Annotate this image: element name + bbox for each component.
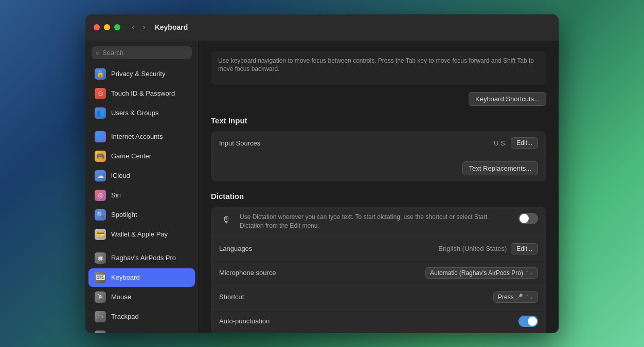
gamecenter-icon: 🎮	[95, 151, 106, 162]
shortcut-value-text: Press 🎤	[498, 294, 523, 301]
window-title: Keyboard	[155, 23, 188, 31]
dictation-card: 🎙 Use Dictation wherever you can type te…	[211, 207, 546, 333]
sidebar-label-internet: Internet Accounts	[111, 133, 163, 140]
sidebar-item-touchid[interactable]: ⊙ Touch ID & Password	[88, 84, 195, 103]
shortcut-row: Shortcut Press 🎤 ⌃⌄	[211, 285, 546, 309]
system-preferences-window: ‹ › Keyboard ⌕ 🔒 Privacy & Security ⊙ To…	[85, 14, 559, 333]
main-content: Use keyboard navigation to move focus be…	[199, 41, 559, 333]
sidebar-label-touchid: Touch ID & Password	[111, 89, 175, 97]
sidebar-item-spotlight[interactable]: 🔍 Spotlight	[88, 206, 195, 224]
sidebar-item-gamecenter[interactable]: 🎮 Game Center	[88, 147, 195, 166]
sidebar-label-airpods: Raghav's AirPods Pro	[111, 254, 176, 262]
titlebar: ‹ › Keyboard	[85, 14, 559, 41]
back-button[interactable]: ‹	[129, 22, 137, 33]
users-icon: 👥	[95, 107, 106, 119]
microphone-select[interactable]: Automatic (Raghav's AirPods Pro) ⌃⌄	[425, 267, 538, 279]
auto-punctuation-row: Auto-punctuation	[211, 309, 546, 333]
minimize-button[interactable]	[104, 24, 110, 30]
auto-punctuation-right	[518, 316, 538, 327]
dictation-desc: Use Dictation wherever you can type text…	[240, 213, 512, 230]
sidebar-label-siri: Siri	[111, 191, 121, 199]
sidebar-item-mouse[interactable]: 🖱 Mouse	[88, 288, 195, 306]
content-area: ⌕ 🔒 Privacy & Security ⊙ Touch ID & Pass…	[85, 41, 559, 333]
languages-right: English (United States) Edit...	[438, 243, 538, 254]
languages-value: English (United States)	[438, 245, 507, 252]
siri-icon: ◎	[95, 190, 106, 201]
keyboard-shortcuts-container: Keyboard Shortcuts...	[211, 92, 546, 106]
sidebar-label-gamecenter: Game Center	[111, 152, 151, 160]
sidebar-label-wallet: Wallet & Apple Pay	[111, 230, 168, 238]
sidebar-label-icloud: iCloud	[111, 172, 130, 179]
text-input-title: Text Input	[211, 116, 546, 125]
airpods-icon: ◉	[95, 252, 106, 264]
microphone-value: Automatic (Raghav's AirPods Pro)	[430, 269, 523, 277]
sidebar-item-airpods[interactable]: ◉ Raghav's AirPods Pro	[88, 249, 195, 267]
text-replacements-row: Text Replacements...	[211, 155, 546, 181]
dictation-title: Dictation	[211, 192, 546, 200]
sidebar-item-users[interactable]: 👥 Users & Groups	[88, 104, 195, 122]
sidebar-label-gamecontrollers: Game Controllers	[111, 332, 164, 333]
languages-label: Languages	[219, 245, 252, 252]
privacy-icon: 🔒	[95, 68, 106, 80]
forward-button[interactable]: ›	[139, 22, 148, 33]
sidebar-label-spotlight: Spotlight	[111, 211, 137, 218]
keyboard-shortcuts-button[interactable]: Keyboard Shortcuts...	[469, 92, 546, 106]
sidebar-item-gamecontrollers[interactable]: 🎮 Game Controllers	[88, 327, 195, 333]
close-button[interactable]	[94, 24, 100, 30]
sidebar-item-icloud[interactable]: ☁ iCloud	[88, 167, 195, 185]
sidebar-item-trackpad[interactable]: ▭ Trackpad	[88, 307, 195, 326]
dictation-toggle[interactable]	[518, 213, 538, 224]
sidebar-item-wallet[interactable]: 💳 Wallet & Apple Pay	[88, 225, 195, 244]
microphone-label: Microphone source	[219, 269, 276, 277]
spotlight-icon: 🔍	[95, 209, 106, 221]
microphone-chevron-icon: ⌃⌄	[525, 270, 533, 276]
sidebar-label-trackpad: Trackpad	[111, 313, 139, 320]
search-box[interactable]: ⌕	[92, 46, 192, 59]
shortcut-right: Press 🎤 ⌃⌄	[493, 291, 538, 303]
nav-hint-text: Use keyboard navigation to move focus be…	[218, 57, 539, 74]
internet-icon: 🌐	[95, 131, 106, 142]
shortcut-label: Shortcut	[219, 293, 244, 301]
gamecontrollers-icon: 🎮	[95, 331, 106, 333]
text-replacements-button[interactable]: Text Replacements...	[462, 161, 538, 175]
input-sources-value: U.S.	[494, 139, 507, 147]
touchid-icon: ⊙	[95, 88, 106, 99]
nav-arrows: ‹ ›	[129, 22, 149, 33]
keyboard-icon: ⌨	[95, 272, 106, 283]
sidebar-item-siri[interactable]: ◎ Siri	[88, 186, 195, 205]
sidebar-label-mouse: Mouse	[111, 293, 131, 301]
sidebar-item-privacy[interactable]: 🔒 Privacy & Security	[88, 65, 195, 83]
search-input[interactable]	[102, 49, 188, 57]
mouse-icon: 🖱	[95, 291, 106, 303]
microphone-row: Microphone source Automatic (Raghav's Ai…	[211, 261, 546, 285]
wallet-icon: 💳	[95, 229, 106, 240]
sidebar-item-keyboard[interactable]: ⌨ Keyboard	[88, 268, 195, 287]
edit-languages-button[interactable]: Edit...	[511, 243, 538, 254]
dictation-toggle-knob	[520, 214, 529, 223]
microphone-right: Automatic (Raghav's AirPods Pro) ⌃⌄	[425, 267, 538, 279]
maximize-button[interactable]	[114, 24, 120, 30]
auto-punctuation-toggle-knob	[528, 317, 537, 326]
sidebar-label-privacy: Privacy & Security	[111, 70, 165, 78]
sidebar-label-users: Users & Groups	[111, 109, 158, 117]
sidebar-item-internet[interactable]: 🌐 Internet Accounts	[88, 127, 195, 146]
traffic-lights	[94, 24, 120, 30]
nav-hint-card: Use keyboard navigation to move focus be…	[211, 51, 546, 85]
shortcut-select[interactable]: Press 🎤 ⌃⌄	[493, 291, 538, 303]
auto-punctuation-toggle[interactable]	[518, 316, 538, 327]
icloud-icon: ☁	[95, 170, 106, 181]
search-icon: ⌕	[96, 49, 99, 56]
auto-punctuation-label: Auto-punctuation	[219, 317, 270, 325]
dictation-header-row: 🎙 Use Dictation wherever you can type te…	[211, 207, 546, 237]
trackpad-icon: ▭	[95, 311, 106, 322]
sidebar: ⌕ 🔒 Privacy & Security ⊙ Touch ID & Pass…	[85, 41, 199, 333]
languages-row: Languages English (United States) Edit..…	[211, 237, 546, 261]
microphone-icon: 🎙	[219, 213, 234, 227]
sidebar-label-keyboard: Keyboard	[111, 273, 140, 281]
edit-input-sources-button[interactable]: Edit...	[511, 137, 538, 149]
text-input-card: Input Sources U.S. Edit... Text Replacem…	[211, 131, 546, 181]
input-sources-right: U.S. Edit...	[494, 137, 538, 149]
shortcut-chevron-icon: ⌃⌄	[525, 294, 533, 300]
input-sources-row: Input Sources U.S. Edit...	[211, 131, 546, 155]
input-sources-label: Input Sources	[219, 139, 260, 147]
